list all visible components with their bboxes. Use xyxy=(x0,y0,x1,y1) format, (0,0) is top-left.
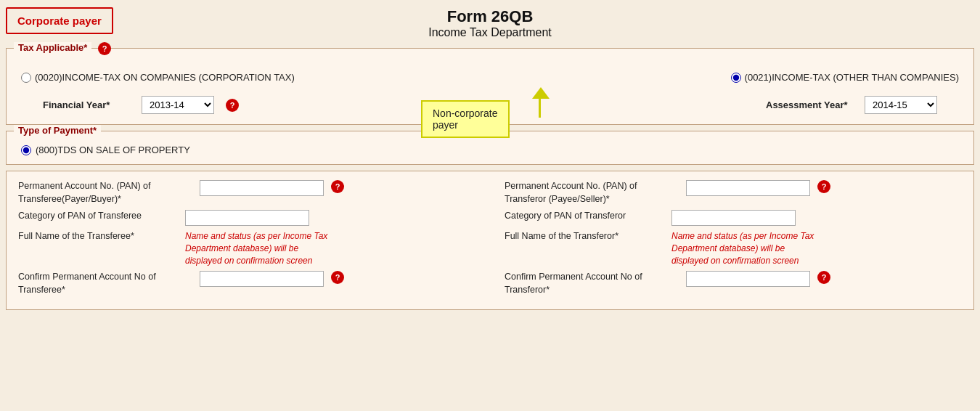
pan-transferor-help-icon[interactable]: ? xyxy=(817,180,830,193)
corporate-payer-button[interactable]: Corporate payer xyxy=(6,7,113,34)
pan-transferor-row: Permanent Account No. (PAN) of Transfero… xyxy=(505,180,962,206)
pan-transferee-help-icon[interactable]: ? xyxy=(331,180,344,193)
tax-radio-0020[interactable] xyxy=(21,73,31,83)
left-column: Permanent Account No. (PAN) of Transfere… xyxy=(18,180,475,301)
form-title: Form 26QB xyxy=(0,7,980,26)
tds-option-label: (800)TDS ON SALE OF PROPERTY xyxy=(36,145,190,155)
tax-option-0020-label: (0020)INCOME-TAX ON COMPANIES (CORPORATI… xyxy=(35,72,295,83)
confirm-pan-transferor-label: Confirm Permanent Account No of Transfer… xyxy=(505,271,679,296)
tax-applicable-row: (0020)INCOME-TAX ON COMPANIES (CORPORATI… xyxy=(14,59,966,87)
tax-applicable-help-icon[interactable]: ? xyxy=(98,42,111,55)
assessment-year-label: Assessment Year* xyxy=(766,99,853,110)
category-pan-transferee-input[interactable] xyxy=(185,210,309,226)
form-subtitle: Income Tax Department xyxy=(0,26,980,39)
confirm-pan-transferee-input[interactable] xyxy=(200,271,324,287)
pan-transferee-row: Permanent Account No. (PAN) of Transfere… xyxy=(18,180,475,206)
category-pan-transferee-label: Category of PAN of Transferee xyxy=(18,210,178,223)
pan-transferee-label: Permanent Account No. (PAN) of Transfere… xyxy=(18,180,192,206)
confirm-pan-transferee-help-icon[interactable]: ? xyxy=(331,271,344,284)
confirm-pan-transferor-input[interactable] xyxy=(686,271,810,287)
confirm-pan-transferee-label: Confirm Permanent Account No of Transfer… xyxy=(18,271,192,296)
form-grid: Permanent Account No. (PAN) of Transfere… xyxy=(18,180,962,301)
page-header: Form 26QB Income Tax Department xyxy=(0,0,980,44)
tax-option-0020: (0020)INCOME-TAX ON COMPANIES (CORPORATI… xyxy=(21,72,295,83)
non-corporate-payer-tooltip: Non-corporatepayer xyxy=(421,100,510,138)
pan-transferor-input[interactable] xyxy=(686,180,810,196)
confirm-pan-transferor-help-icon[interactable]: ? xyxy=(817,271,830,284)
financial-year-label: Financial Year* xyxy=(43,99,130,110)
pan-transferor-label: Permanent Account No. (PAN) of Transfero… xyxy=(505,180,679,206)
type-of-payment-legend: Type of Payment* xyxy=(14,125,101,136)
tds-option-row: (800)TDS ON SALE OF PROPERTY xyxy=(14,137,966,158)
confirm-pan-transferee-row: Confirm Permanent Account No of Transfer… xyxy=(18,271,475,296)
right-column: Permanent Account No. (PAN) of Transfero… xyxy=(505,180,962,301)
full-name-transferee-note: Name and status (as per Income Tax Depar… xyxy=(185,230,330,266)
category-pan-transferee-row: Category of PAN of Transferee xyxy=(18,210,475,226)
tax-option-0021-label: (0021)INCOME-TAX (OTHER THAN COMPANIES) xyxy=(745,72,959,83)
full-name-transferee-label: Full Name of the Transferee* xyxy=(18,230,178,243)
full-name-transferor-label: Full Name of the Transferor* xyxy=(505,230,664,243)
full-name-transferor-row: Full Name of the Transferor* Name and st… xyxy=(505,230,962,266)
full-name-transferee-row: Full Name of the Transferee* Name and st… xyxy=(18,230,475,266)
tax-radio-0021[interactable] xyxy=(731,73,741,83)
confirm-pan-transferor-row: Confirm Permanent Account No of Transfer… xyxy=(505,271,962,296)
tax-option-0021: (0021)INCOME-TAX (OTHER THAN COMPANIES) xyxy=(731,72,959,83)
assessment-year-select[interactable]: 2014-15 2013-14 xyxy=(865,96,937,114)
yellow-arrow-shaft xyxy=(539,91,541,118)
category-pan-transferor-row: Category of PAN of Transferor xyxy=(505,210,962,226)
tooltip-text: Non-corporatepayer xyxy=(433,107,498,131)
tax-applicable-legend: Tax Applicable* xyxy=(14,42,91,53)
pan-transferee-input[interactable] xyxy=(200,180,324,196)
category-pan-transferor-input[interactable] xyxy=(671,210,796,226)
category-pan-transferor-label: Category of PAN of Transferor xyxy=(505,210,664,223)
financial-year-select[interactable]: 2013-14 2012-13 2011-12 xyxy=(142,96,214,114)
financial-year-help-icon[interactable]: ? xyxy=(226,99,239,112)
pan-form-section: Permanent Account No. (PAN) of Transfere… xyxy=(6,171,974,310)
assessment-year-group: Assessment Year* 2014-15 2013-14 xyxy=(766,96,937,114)
tds-radio-800[interactable] xyxy=(21,145,31,155)
full-name-transferor-note: Name and status (as per Income Tax Depar… xyxy=(671,230,817,266)
yellow-arrow-head xyxy=(532,87,550,99)
